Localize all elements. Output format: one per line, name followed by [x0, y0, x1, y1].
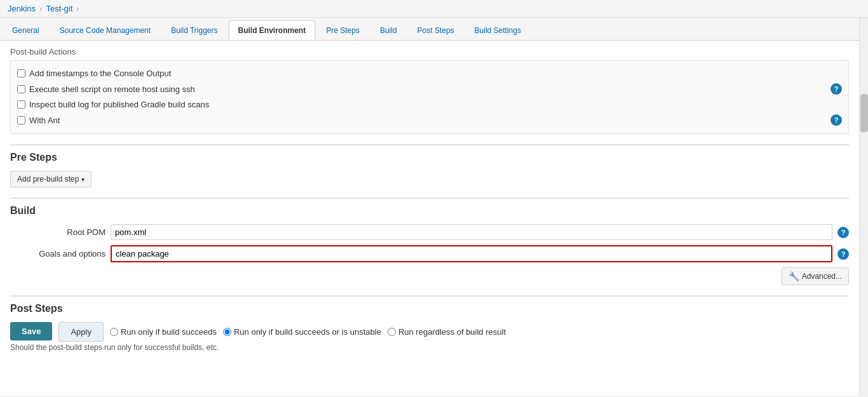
root-pom-input[interactable]: [111, 224, 832, 240]
checkbox-ant[interactable]: [17, 116, 25, 124]
root-pom-label: Root POM: [10, 227, 105, 237]
radio-label-always[interactable]: Run regardless of build result: [388, 327, 506, 337]
advanced-row: 🔧 Advanced...: [10, 267, 849, 285]
post-build-checkboxes: Add timestamps to the Console Output Exe…: [10, 60, 849, 134]
pre-steps-section: Pre Steps Add pre-build step ▾: [10, 144, 849, 187]
breadcrumb-bar: Jenkins › Test-git ›: [0, 0, 868, 18]
tab-source-code[interactable]: Source Code Management: [50, 20, 160, 40]
apply-button[interactable]: Apply: [58, 322, 104, 342]
content-area: Post-build Actions Add timestamps to the…: [0, 41, 859, 363]
help-icon-ssh[interactable]: ?: [831, 83, 842, 95]
scrollbar-thumb[interactable]: [860, 94, 868, 132]
breadcrumb-jenkins[interactable]: Jenkins: [8, 4, 36, 13]
checkbox-timestamps[interactable]: [17, 69, 25, 77]
goals-options-label: Goals and options: [10, 249, 105, 259]
checkbox-row-ssh: Execute shell script on remote host usin…: [17, 81, 842, 97]
radio-success-label: Run only if build succeeds: [121, 327, 217, 337]
post-steps-note: Should the post-build steps run only for…: [10, 342, 849, 353]
main-content: General Source Code Management Build Tri…: [0, 18, 859, 396]
radio-success-unstable-label: Run only if build succeeds or is unstabl…: [234, 327, 381, 337]
goals-options-input[interactable]: [111, 245, 832, 262]
pre-steps-title: Pre Steps: [10, 152, 849, 163]
post-steps-radio-group: Run only if build succeeds Run only if b…: [110, 322, 506, 342]
advanced-label: Advanced...: [802, 272, 842, 281]
advanced-icon: 🔧: [789, 271, 799, 281]
tab-build-environment[interactable]: Build Environment: [229, 20, 316, 40]
tab-bar: General Source Code Management Build Tri…: [0, 18, 859, 41]
post-steps-title: Post Steps: [10, 303, 849, 314]
radio-always[interactable]: [388, 328, 396, 336]
radio-label-success-unstable[interactable]: Run only if build succeeds or is unstabl…: [223, 327, 381, 337]
scrollbar[interactable]: [859, 18, 868, 396]
breadcrumb-test-git[interactable]: Test-git: [46, 4, 72, 13]
checkbox-gradle[interactable]: [17, 100, 25, 109]
advanced-button[interactable]: 🔧 Advanced...: [782, 267, 849, 285]
save-button[interactable]: Save: [10, 322, 52, 340]
help-icon-root-pom[interactable]: ?: [837, 227, 849, 238]
checkbox-row-gradle: Inspect build log for published Gradle b…: [17, 97, 842, 112]
radio-always-label: Run regardless of build result: [398, 327, 506, 337]
help-icon-goals[interactable]: ?: [837, 248, 849, 260]
checkbox-ssh[interactable]: [17, 85, 25, 93]
goals-options-row: Goals and options ?: [10, 245, 849, 262]
radio-success[interactable]: [110, 328, 118, 336]
add-step-arrow-icon: ▾: [81, 176, 85, 183]
build-section: Build Root POM ? Goals and options ? 🔧: [10, 198, 849, 285]
add-pre-build-step-label: Add pre-build step: [17, 175, 79, 184]
tab-build[interactable]: Build: [370, 20, 407, 40]
tab-post-steps[interactable]: Post Steps: [408, 20, 464, 40]
checkbox-label-timestamps: Add timestamps to the Console Output: [29, 69, 171, 78]
checkbox-label-ssh: Execute shell script on remote host usin…: [29, 84, 195, 94]
root-pom-row: Root POM ?: [10, 224, 849, 240]
checkbox-row-ant: With Ant ?: [17, 112, 842, 128]
tab-pre-steps[interactable]: Pre Steps: [316, 20, 369, 40]
tab-general[interactable]: General: [3, 20, 49, 40]
help-icon-ant[interactable]: ?: [831, 114, 842, 126]
post-steps-section: Post Steps Save Apply Run only if build …: [10, 295, 849, 353]
post-build-actions-header: Post-build Actions: [10, 41, 849, 60]
tab-build-triggers[interactable]: Build Triggers: [161, 20, 227, 40]
build-title: Build: [10, 205, 849, 217]
checkbox-label-ant: With Ant: [29, 116, 60, 125]
radio-label-success[interactable]: Run only if build succeeds: [110, 327, 217, 337]
tab-build-settings[interactable]: Build Settings: [465, 20, 531, 40]
radio-success-unstable[interactable]: [223, 328, 231, 336]
checkbox-row-timestamps: Add timestamps to the Console Output: [17, 66, 842, 81]
checkbox-label-gradle: Inspect build log for published Gradle b…: [29, 100, 209, 109]
add-pre-build-step-button[interactable]: Add pre-build step ▾: [10, 171, 92, 187]
